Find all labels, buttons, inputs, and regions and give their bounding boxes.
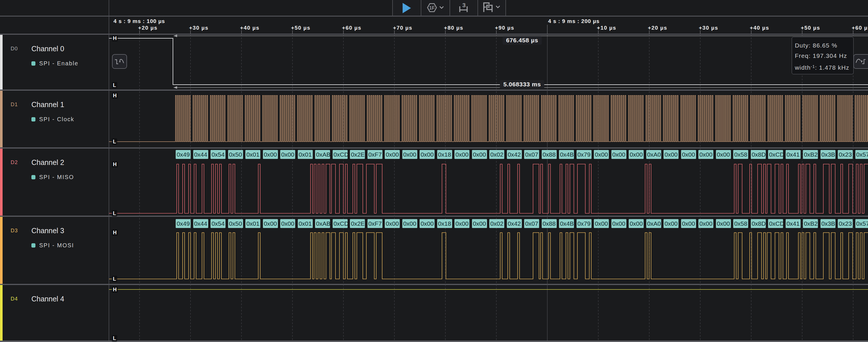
- svg-text:1F: 1F: [429, 5, 435, 10]
- svg-text:3: 3: [462, 2, 466, 8]
